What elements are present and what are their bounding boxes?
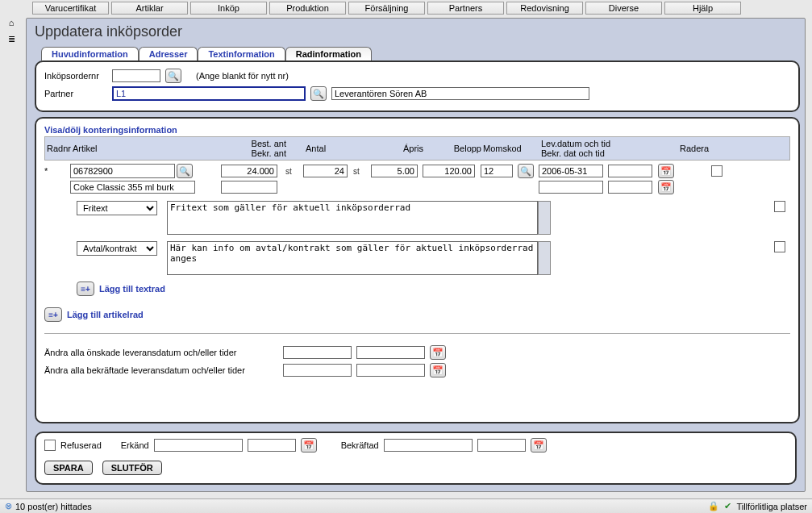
best-ant-input[interactable] [221, 165, 277, 177]
ordernr-input[interactable] [112, 69, 160, 82]
calendar-icon[interactable]: 📅 [430, 345, 446, 360]
top-menu: Varucertifikat Artiklar Inköp Produktion… [0, 0, 812, 16]
sidebar: ⌂ ≣ [3, 18, 26, 47]
home-icon[interactable]: ⌂ [3, 18, 19, 31]
col-best: Best. ant Bekr. ant [223, 139, 286, 158]
status-text: 10 post(er) hittades [15, 502, 92, 511]
statusbar: ⊗ 10 post(er) hittades 🔒 ✔ Tillförlitlig… [0, 498, 812, 513]
col-lev: Lev.datum och tid Bekr. dat och tid [541, 139, 678, 158]
article-desc [70, 181, 195, 194]
col-momskod: Momskod [483, 144, 518, 153]
partner-code-input[interactable] [112, 86, 306, 101]
unit-2: st [353, 167, 369, 176]
avtal-select[interactable]: Avtal/kontrakt [77, 241, 157, 256]
zone-text: Tillförlitliga platser [736, 502, 807, 511]
col-antal: Antal [306, 144, 354, 153]
menu-varucertifikat[interactable]: Varucertifikat [32, 2, 109, 15]
col-radnr: Radnr [47, 144, 71, 153]
partner-lookup-icon[interactable]: 🔍 [310, 86, 327, 101]
bulk-bekraftade-time[interactable] [356, 364, 425, 377]
bulk-onskade-label: Ändra alla önskade leveransdatum och/ell… [44, 348, 278, 357]
finish-button[interactable]: SLUTFÖR [102, 461, 162, 475]
avtal-check[interactable] [774, 241, 785, 252]
line-row: * 🔍 st st 🔍 📅 [44, 164, 790, 178]
list-icon[interactable]: ≣ [3, 34, 19, 47]
check-icon: ✔ [724, 501, 731, 511]
tab-textinformation[interactable]: Textinformation [198, 47, 285, 60]
fritext-row: Fritext Fritext som gäller för aktuell i… [44, 201, 790, 235]
bulk-onskade-time[interactable] [356, 346, 425, 359]
bulk-onskade-date[interactable] [283, 346, 352, 359]
menu-produktion[interactable]: Produktion [269, 2, 346, 15]
erkand-date[interactable] [154, 439, 243, 452]
momskod-lookup-icon[interactable]: 🔍 [518, 164, 534, 178]
fritext-textarea[interactable]: Fritext som gäller för aktuell inköpsord… [167, 201, 538, 235]
radera-check[interactable] [711, 165, 722, 177]
belopp-display [423, 165, 475, 177]
partner-name [331, 87, 589, 100]
line-marker: * [44, 166, 69, 176]
bekraftad-label: Bekräftad [341, 440, 379, 450]
fritext-check[interactable] [774, 201, 785, 212]
calendar-icon[interactable]: 📅 [430, 363, 446, 377]
menu-forsaljning[interactable]: Försäljning [348, 2, 425, 15]
add-textrad-link[interactable]: ≡+ Lägg till textrad [77, 282, 790, 296]
bulk-onskade-row: Ändra alla önskade leveransdatum och/ell… [44, 345, 790, 360]
partner-label: Partner [44, 89, 107, 98]
col-artikel: Artikel [73, 144, 222, 153]
grid-header: Radnr Artikel Best. ant Bekr. ant Antal … [44, 136, 790, 161]
bekraftad-date[interactable] [384, 439, 473, 452]
ordernr-label: Inköpsordernr [44, 71, 107, 81]
calendar-icon[interactable]: 📅 [658, 164, 674, 178]
lock-icon: 🔒 [708, 501, 719, 511]
header-panel: Inköpsordernr 🔍 (Ange blankt för nytt nr… [35, 60, 800, 112]
lev-time-input[interactable] [608, 165, 652, 177]
unit-1: st [285, 167, 302, 176]
erkand-label: Erkänd [121, 440, 149, 450]
col-apris: Ápris [373, 144, 423, 153]
avtal-textarea[interactable]: Här kan info om avtal/kontrakt som gälle… [167, 241, 538, 275]
fritext-select[interactable]: Fritext [77, 201, 157, 215]
bekraftad-time[interactable] [477, 439, 526, 452]
apris-input[interactable] [371, 165, 418, 177]
avtal-row: Avtal/kontrakt Här kan info om avtal/kon… [44, 241, 790, 275]
add-row-icon: ≡+ [77, 282, 94, 296]
erkand-time[interactable] [248, 439, 296, 452]
lev-date-input[interactable] [539, 165, 603, 177]
footer-panel: Refuserad Erkänd 📅 Bekräftad 📅 SPARA SLU… [35, 432, 797, 485]
bekr-ant-input[interactable] [221, 181, 277, 194]
bekr-time-input[interactable] [608, 181, 652, 194]
tabs: Huvudinformation Adresser Textinformatio… [41, 47, 800, 60]
add-artikelrad-link[interactable]: ≡+ Lägg till artikelrad [44, 307, 790, 322]
calendar-icon-2[interactable]: 📅 [658, 180, 674, 194]
section-title[interactable]: Visa/dölj konteringsinformation [44, 125, 790, 135]
tab-radinformation[interactable]: Radinformation [285, 47, 372, 60]
menu-redovisning[interactable]: Redovisning [506, 2, 583, 15]
bottom-area: Refuserad Erkänd 📅 Bekräftad 📅 SPARA SLU… [35, 432, 797, 485]
menu-hjalp[interactable]: Hjälp [664, 2, 741, 15]
scrollbar[interactable] [538, 201, 551, 235]
tab-huvudinformation[interactable]: Huvudinformation [41, 47, 139, 60]
menu-artiklar[interactable]: Artiklar [111, 2, 188, 15]
save-button[interactable]: SPARA [44, 461, 93, 475]
tab-adresser[interactable]: Adresser [139, 47, 198, 60]
bulk-bekraftade-row: Ändra alla bekräftade leveransdatum och/… [44, 363, 790, 377]
article-lookup-icon[interactable]: 🔍 [177, 164, 193, 178]
main-panel: Uppdatera inköpsorder Huvudinformation A… [26, 18, 806, 492]
menu-inkop[interactable]: Inköp [190, 2, 267, 15]
refuserad-check[interactable] [44, 440, 56, 451]
calendar-icon[interactable]: 📅 [531, 438, 547, 453]
bekr-date-input[interactable] [539, 181, 603, 194]
page-title: Uppdatera inköpsorder [35, 23, 800, 40]
momskod-input[interactable] [481, 165, 513, 177]
menu-partners[interactable]: Partners [427, 2, 504, 15]
line-row-2: 📅 [44, 180, 790, 194]
article-input[interactable] [70, 164, 175, 178]
scrollbar[interactable] [538, 241, 551, 275]
ordernr-lookup-icon[interactable]: 🔍 [165, 69, 181, 83]
menu-diverse[interactable]: Diverse [585, 2, 662, 15]
calendar-icon[interactable]: 📅 [301, 438, 317, 453]
ie-icon: ⊗ [5, 501, 12, 511]
bulk-bekraftade-date[interactable] [283, 364, 352, 377]
ordernr-hint: (Ange blankt för nytt nr) [196, 71, 289, 81]
